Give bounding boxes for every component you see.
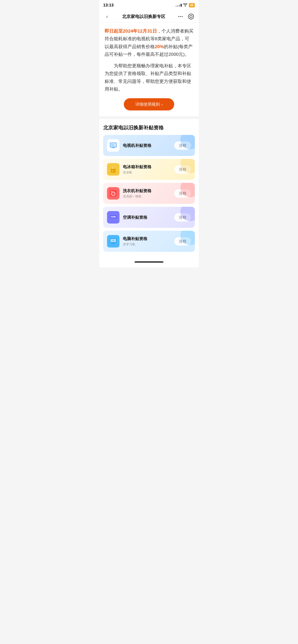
pc-icon [107,235,119,248]
svg-line-19 [111,219,111,220]
card-title-ac: 空调补贴资格 [123,215,147,220]
nav-bar: ‹ 北京家电以旧换新专区 [99,10,199,22]
svg-rect-27 [112,243,114,243]
subsidy-card-washer: 洗衣机补贴资格 含洗烘一体机 注销 [103,183,195,204]
card-text-tv: 电视机补贴资格 [123,143,152,148]
tv-icon: TV [107,139,119,152]
svg-point-23 [114,216,115,217]
card-text-pc: 电脑补贴资格 含学习机 [123,236,147,246]
fridge-icon [107,163,119,176]
policy-text: 即日起至2024年12月31日，个人消费者购买符合能耗标准的电视机等8类家电产品… [105,27,193,58]
card-text-washer: 洗衣机补贴资格 含洗烘一体机 [123,188,152,198]
card-subtitle-washer: 含洗烘一体机 [123,194,152,198]
rules-button-label: 详细使用规则 [135,102,160,107]
status-time: 13:13 [103,3,113,8]
subsidy-card-fridge: 电冰箱补贴资格 含冰柜 注销 [103,159,195,180]
battery-indicator: 49 [189,3,195,8]
more-icon [178,16,183,17]
subsidy-card-pc: 电脑补贴资格 含学习机 注销 [103,231,195,252]
svg-text:TV: TV [111,144,114,146]
card-left-fridge: 电冰箱补贴资格 含冰柜 [107,163,152,176]
back-arrow-icon: ‹ [106,14,108,19]
card-text-ac: 空调补贴资格 [123,215,147,220]
svg-rect-6 [111,166,116,169]
svg-rect-26 [111,243,115,244]
card-left-washer: 洗衣机补贴资格 含洗烘一体机 [107,187,152,200]
subsidy-card-ac: 空调补贴资格 注销 [103,207,195,228]
card-title-tv: 电视机补贴资格 [123,143,152,148]
svg-line-22 [115,219,115,220]
svg-point-15 [112,191,113,192]
percent-highlight: 20% [155,44,164,49]
subsidy-card-tv: TV 电视机补贴资格 注销 [103,135,195,156]
svg-rect-7 [111,169,116,173]
washer-icon [107,187,119,200]
rules-button[interactable]: 详细使用规则 › [124,98,174,110]
bottom-bar [99,258,199,268]
svg-rect-9 [112,167,113,169]
card-subtitle-fridge: 含冰柜 [123,170,152,175]
section-gap [99,116,199,119]
card-title-fridge: 电冰箱补贴资格 [123,164,152,170]
card-title-washer: 洗衣机补贴资格 [123,188,152,194]
card-title-pc: 电脑补贴资格 [123,236,147,242]
svg-point-14 [111,191,112,192]
svg-rect-8 [111,169,116,170]
back-button[interactable]: ‹ [103,13,111,20]
wifi-icon [183,3,187,8]
card-left-pc: 电脑补贴资格 含学习机 [107,235,147,248]
nav-actions [177,13,195,20]
scan-button[interactable] [187,13,195,20]
status-bar: 13:13 49 [99,0,199,10]
card-subtitle-pc: 含学习机 [123,242,147,246]
policy-card: 即日起至2024年12月31日，个人消费者购买符合能耗标准的电视机等8类家电产品… [99,22,199,116]
card-left-ac: 空调补贴资格 [107,211,147,224]
signal-icon [176,4,182,7]
svg-rect-10 [112,170,113,172]
more-button[interactable] [177,13,184,20]
section-title: 北京家电以旧换新补贴资格 [103,124,195,131]
page-title: 北京家电以旧换新专区 [122,14,165,20]
scan-icon [188,14,194,20]
subsidy-section: 北京家电以旧换新补贴资格 TV 电视机补贴资格 注销 [99,119,199,258]
status-icons: 49 [176,3,195,8]
card-left-tv: TV 电视机补贴资格 [107,139,152,152]
home-indicator [135,262,163,262]
policy-detail: 为帮助您更顺畅办理家电补贴，本专区为您提供了资格领取、补贴产品类型和补贴标准、常… [105,62,193,93]
date-highlight: 即日起至2024年12月31日 [105,28,157,34]
ac-icon [107,211,119,224]
card-text-fridge: 电冰箱补贴资格 含冰柜 [123,164,152,175]
rules-arrow-icon: › [161,102,163,106]
